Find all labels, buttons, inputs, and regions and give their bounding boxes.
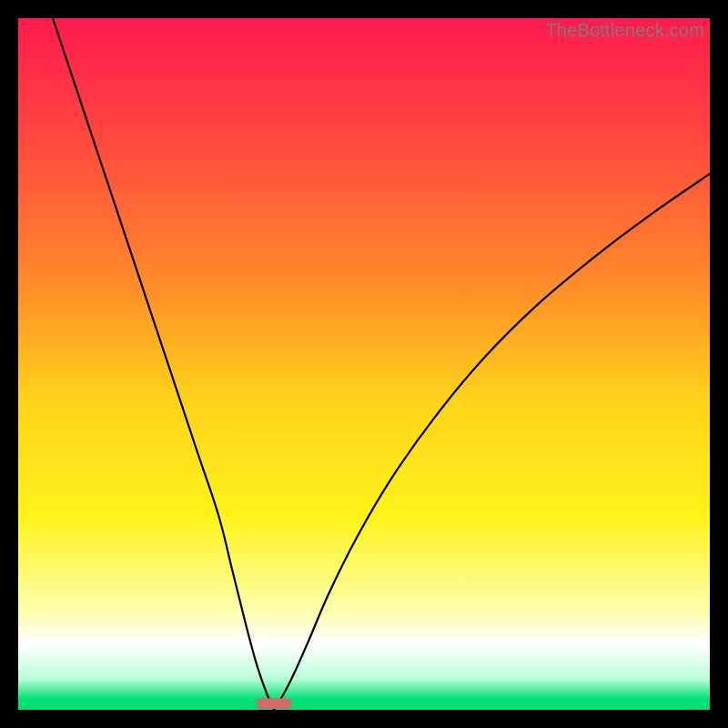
gradient-background <box>18 18 710 710</box>
minimum-marker <box>257 699 291 709</box>
bottleneck-chart <box>18 18 710 710</box>
chart-frame: TheBottleneck.com <box>18 18 710 710</box>
watermark-text: TheBottleneck.com <box>545 20 704 41</box>
